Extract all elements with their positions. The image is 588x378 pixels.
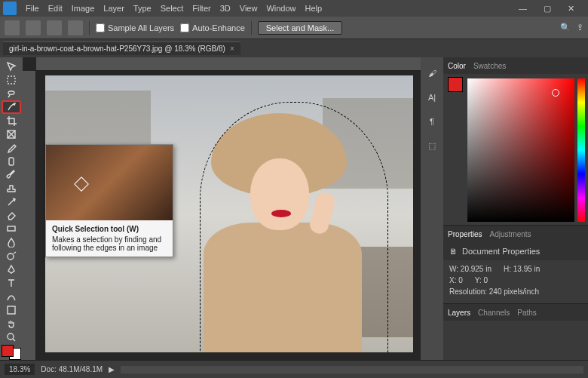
- frame-tool[interactable]: [2, 128, 20, 140]
- svg-point-4: [8, 254, 14, 260]
- blur-tool[interactable]: [2, 236, 20, 248]
- brush-tool[interactable]: [2, 169, 20, 181]
- tooltip-description: Makes a selection by finding and followi…: [52, 235, 167, 252]
- menu-filter[interactable]: Filter: [188, 4, 215, 13]
- ruler-horizontal[interactable]: [36, 57, 421, 71]
- tools-panel: [0, 57, 23, 360]
- menu-view[interactable]: View: [235, 4, 262, 13]
- properties-header: 🗎 Document Properties: [443, 242, 588, 260]
- document-tab-bar: girl-in-a-brown-coat-a-brown-hat-P256Y73…: [0, 39, 588, 57]
- document-tab[interactable]: girl-in-a-brown-coat-a-brown-hat-P256Y73…: [3, 41, 240, 55]
- tab-adjustments[interactable]: Adjustments: [490, 230, 531, 238]
- width-value[interactable]: 20.925 in: [461, 265, 492, 273]
- tool-tooltip: Quick Selection tool (W) Makes a selecti…: [45, 144, 173, 257]
- menu-layer[interactable]: Layer: [99, 4, 129, 13]
- foreground-color[interactable]: [448, 77, 463, 92]
- tab-swatches[interactable]: Swatches: [473, 62, 506, 70]
- healing-tool[interactable]: [2, 155, 20, 167]
- eraser-tool[interactable]: [2, 209, 20, 221]
- close-tab-icon[interactable]: ×: [230, 45, 234, 53]
- dodge-tool[interactable]: [2, 250, 20, 262]
- y-label: Y:: [475, 276, 482, 284]
- menu-edit[interactable]: Edit: [44, 4, 67, 13]
- resolution-value[interactable]: 240 pixels/inch: [489, 287, 539, 296]
- history-brush-tool[interactable]: [2, 196, 20, 208]
- menu-3d[interactable]: 3D: [216, 4, 235, 13]
- zoom-level[interactable]: 18.3%: [5, 364, 35, 375]
- auto-enhance-label: Auto-Enhance: [192, 23, 245, 32]
- resolution-label: Resolution:: [449, 287, 487, 296]
- crop-tool[interactable]: [2, 115, 20, 127]
- hand-tool[interactable]: [2, 318, 20, 330]
- brush-add-icon[interactable]: [26, 20, 41, 35]
- type-tool[interactable]: [2, 277, 20, 289]
- color-swatches[interactable]: [2, 345, 21, 360]
- auto-enhance-checkbox[interactable]: Auto-Enhance: [180, 23, 245, 32]
- path-tool[interactable]: [2, 290, 20, 303]
- document-title: girl-in-a-brown-coat-a-brown-hat-P256Y73…: [9, 45, 225, 53]
- 3d-panel-icon[interactable]: ⬚: [425, 139, 439, 152]
- move-tool[interactable]: [2, 60, 20, 72]
- zoom-tool[interactable]: [2, 331, 20, 343]
- quick-selection-tool[interactable]: [2, 101, 20, 113]
- color-cursor: [552, 89, 559, 97]
- tab-channels[interactable]: Channels: [478, 309, 510, 317]
- separator: [89, 21, 90, 35]
- menu-select[interactable]: Select: [156, 4, 188, 13]
- menu-image[interactable]: Image: [67, 4, 100, 13]
- y-value[interactable]: 0: [483, 276, 488, 284]
- pen-tool[interactable]: [2, 263, 20, 275]
- search-icon[interactable]: 🔍: [560, 23, 571, 32]
- document-icon: 🗎: [449, 247, 458, 256]
- status-bar: 18.3% Doc: 48.1M/48.1M ▶: [0, 360, 588, 378]
- color-field[interactable]: [467, 78, 574, 222]
- ruler-vertical[interactable]: [23, 71, 36, 360]
- svg-rect-3: [8, 226, 15, 231]
- tab-properties[interactable]: Properties: [448, 230, 482, 238]
- character-panel-icon[interactable]: A|: [425, 91, 439, 104]
- height-label: H:: [504, 265, 511, 273]
- collapsed-panels: 🖌 A| ¶ ⬚: [421, 57, 443, 360]
- color-panel-tabs: Color Swatches: [443, 57, 588, 74]
- marquee-tool[interactable]: [2, 74, 20, 86]
- menu-type[interactable]: Type: [129, 4, 156, 13]
- brush-subtract-icon[interactable]: [47, 20, 62, 35]
- document-stats[interactable]: Doc: 48.1M/48.1M: [41, 365, 103, 373]
- stamp-tool[interactable]: [2, 183, 20, 195]
- height-value[interactable]: 13.95 in: [513, 265, 541, 273]
- sample-all-layers-checkbox[interactable]: Sample All Layers: [96, 23, 174, 32]
- shape-tool[interactable]: [2, 304, 20, 316]
- color-panel: [443, 74, 588, 225]
- minimize-button[interactable]: —: [514, 4, 531, 14]
- width-label: W:: [449, 265, 458, 273]
- brush-size-icon[interactable]: [68, 20, 83, 35]
- maximize-button[interactable]: ▢: [539, 4, 556, 14]
- share-icon[interactable]: ⇪: [577, 23, 583, 32]
- menu-file[interactable]: File: [21, 4, 44, 13]
- right-panels: Color Swatches Properties Adjustments 🗎 …: [443, 57, 588, 360]
- tool-preset-icon[interactable]: [5, 20, 20, 35]
- x-value[interactable]: 0: [458, 276, 463, 284]
- layers-panel: Layers Channels Paths: [443, 303, 588, 360]
- select-and-mask-button[interactable]: Select and Mask...: [258, 21, 343, 35]
- scrollbar[interactable]: [121, 366, 583, 373]
- tooltip-title: Quick Selection tool (W): [52, 225, 167, 233]
- tab-paths[interactable]: Paths: [517, 309, 537, 317]
- svg-rect-2: [9, 158, 14, 165]
- menu-window[interactable]: Window: [262, 4, 300, 13]
- paragraph-panel-icon[interactable]: ¶: [425, 115, 439, 128]
- options-bar: Sample All Layers Auto-Enhance Select an…: [0, 17, 588, 39]
- close-window-button[interactable]: ✕: [563, 4, 579, 14]
- svg-rect-0: [8, 76, 15, 84]
- gradient-tool[interactable]: [2, 223, 20, 235]
- separator: [251, 21, 252, 35]
- lasso-tool[interactable]: [2, 88, 20, 100]
- tab-layers[interactable]: Layers: [448, 309, 470, 317]
- properties-panel: Properties Adjustments 🗎 Document Proper…: [443, 225, 588, 303]
- hue-slider[interactable]: [577, 78, 585, 222]
- menu-help[interactable]: Help: [301, 4, 327, 13]
- tab-color[interactable]: Color: [448, 62, 466, 70]
- brush-panel-icon[interactable]: 🖌: [425, 66, 439, 80]
- stats-menu-arrow[interactable]: ▶: [109, 365, 115, 373]
- eyedropper-tool[interactable]: [2, 142, 20, 154]
